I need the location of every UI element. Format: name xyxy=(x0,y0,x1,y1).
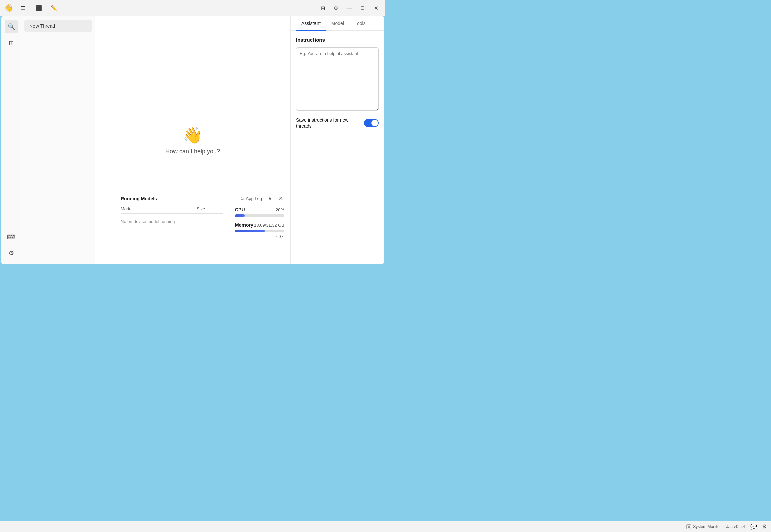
tab-assistant[interactable]: Assistant xyxy=(296,16,326,31)
chat-area: 👋 How can I help you? Running Models 🗂 A… xyxy=(95,16,290,264)
new-thread-button[interactable]: New Thread xyxy=(24,20,92,32)
bottom-panel-actions: 🗂 App Log ∧ ✕ xyxy=(239,195,285,202)
close-button[interactable]: ✕ xyxy=(371,3,381,13)
models-table-header: Model Size xyxy=(121,204,223,214)
bottom-panel-title: Running Models xyxy=(121,196,157,201)
save-instructions-row: Save instructions for new threads xyxy=(296,117,379,129)
sidebar-bottom: ⌨ ⚙ xyxy=(5,230,18,264)
models-empty-text: No on-device model running xyxy=(121,216,223,227)
welcome-emoji: 👋 xyxy=(183,126,203,145)
tab-tools[interactable]: Tools xyxy=(349,16,371,31)
tab-model[interactable]: Model xyxy=(326,16,349,31)
sidebar-search-button[interactable]: 🔍 xyxy=(5,20,18,33)
cpu-bar-bg xyxy=(235,214,284,217)
memory-percent: 60% xyxy=(235,234,284,239)
bottom-content: Model Size No on-device model running CP… xyxy=(115,204,290,264)
thread-list: New Thread xyxy=(21,16,95,264)
cpu-header: CPU 20% xyxy=(235,207,284,212)
cpu-label: CPU xyxy=(235,207,245,212)
title-bar: 👋 ☰ ⬛ ✏️ ⊞ ☺ — □ ✕ xyxy=(0,0,386,16)
right-panel-tabs: Assistant Model Tools xyxy=(291,16,384,31)
bottom-close-button[interactable]: ✕ xyxy=(277,195,285,202)
models-section: Model Size No on-device model running xyxy=(115,204,229,264)
app-icon: 👋 xyxy=(4,4,13,12)
app-log-label: App Log xyxy=(246,196,262,201)
cpu-percent: 20% xyxy=(276,207,284,212)
menu-button[interactable]: ☰ xyxy=(18,3,28,13)
welcome-area: 👋 How can I help you? xyxy=(165,126,220,155)
welcome-text: How can I help you? xyxy=(165,148,220,155)
sidebar-terminal-button[interactable]: ⌨ xyxy=(5,230,18,244)
memory-bar-bg xyxy=(235,230,284,232)
memory-value: 18.69/31.32 GB xyxy=(254,223,284,228)
right-panel: Assistant Model Tools Instructions Save … xyxy=(290,16,384,264)
models-col-size-header: Size xyxy=(197,206,223,211)
models-col-model-header: Model xyxy=(121,206,197,211)
instructions-textarea[interactable] xyxy=(296,47,379,111)
right-panel-content: Instructions Save instructions for new t… xyxy=(291,31,384,264)
memory-header: Memory 18.69/31.32 GB xyxy=(235,222,284,228)
sidebar-toggle-button[interactable]: ⬛ xyxy=(33,3,44,13)
sidebar-settings-button[interactable]: ⚙ xyxy=(5,246,18,260)
minimize-button[interactable]: — xyxy=(344,3,355,13)
user-button[interactable]: ☺ xyxy=(331,3,341,13)
bottom-panel: Running Models 🗂 App Log ∧ ✕ Mo xyxy=(115,191,290,264)
memory-metric: Memory 18.69/31.32 GB 60% xyxy=(235,222,284,239)
cpu-metric: CPU 20% xyxy=(235,207,284,217)
save-instructions-label: Save instructions for new threads xyxy=(296,117,364,129)
memory-bar-fill xyxy=(235,230,265,232)
sidebar-grid-button[interactable]: ⊞ xyxy=(5,36,18,50)
maximize-button[interactable]: □ xyxy=(357,3,368,13)
save-instructions-toggle[interactable] xyxy=(364,119,379,127)
toggle-knob xyxy=(371,120,378,126)
collapse-button[interactable]: ∧ xyxy=(266,195,274,202)
instructions-label: Instructions xyxy=(296,37,379,43)
memory-label: Memory xyxy=(235,222,253,228)
layout-button[interactable]: ⊞ xyxy=(317,3,328,13)
sidebar-icons: 🔍 ⊞ ⌨ ⚙ xyxy=(1,16,21,264)
title-bar-right: ⊞ ☺ — □ ✕ xyxy=(317,3,381,13)
app-log-button[interactable]: 🗂 App Log xyxy=(239,195,263,202)
cpu-bar-fill xyxy=(235,214,245,217)
app-body: 🔍 ⊞ ⌨ ⚙ New Thread 👋 How can I help you?… xyxy=(1,16,384,264)
compose-button[interactable]: ✏️ xyxy=(49,3,59,13)
log-icon: 🗂 xyxy=(240,196,244,201)
bottom-panel-header: Running Models 🗂 App Log ∧ ✕ xyxy=(115,191,290,204)
system-monitor-section: CPU 20% Memory 18.69/31.32 GB xyxy=(229,204,290,264)
title-bar-left: 👋 ☰ ⬛ ✏️ xyxy=(4,3,59,13)
